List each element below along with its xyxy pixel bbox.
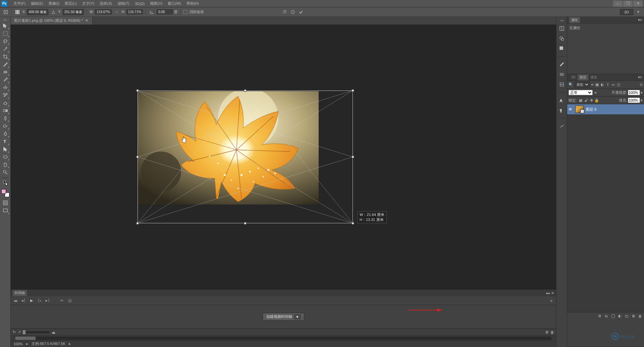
transform-handle-br[interactable] <box>352 222 354 225</box>
filter-pixel-icon[interactable]: ▦ <box>595 82 599 87</box>
menu-window[interactable]: 窗口(W) <box>165 0 184 7</box>
path-selection-tool[interactable] <box>1 146 9 153</box>
horizontal-scrollbar[interactable] <box>11 336 556 340</box>
magic-wand-tool[interactable] <box>1 45 9 53</box>
timeline-last-frame-icon[interactable]: ▸⏐ <box>45 298 50 303</box>
opacity-dropdown-icon[interactable]: ▾ <box>641 91 643 95</box>
panel-menu-icon[interactable]: ▾≡ <box>638 18 642 22</box>
blend-mode-select[interactable]: 正常 <box>569 90 593 95</box>
layer-name[interactable]: 图层 0 <box>586 107 596 112</box>
foreground-color[interactable] <box>1 189 6 194</box>
clone-source-panel-icon[interactable] <box>558 81 566 88</box>
layers-trash-icon[interactable]: 🗑 <box>637 313 643 319</box>
filter-shape-icon[interactable]: ▭ <box>611 82 615 87</box>
move-tool[interactable] <box>1 22 9 30</box>
window-minimize[interactable]: ─ <box>613 1 623 7</box>
create-video-timeline-button[interactable]: 创建视频时间轴 ▼ <box>263 313 304 321</box>
w-value[interactable]: 119.07% <box>95 9 111 14</box>
timeline-first-frame-icon[interactable]: ⏮ <box>13 298 18 303</box>
blend-mode-dropdown-icon[interactable]: ≑ <box>594 91 597 95</box>
menu-3d[interactable]: 3D(D) <box>132 1 147 6</box>
layers-link-icon[interactable]: ⧉ <box>597 313 602 319</box>
adjustments-panel-icon[interactable] <box>558 122 566 130</box>
timeline-tab[interactable]: 时间轴 <box>13 290 27 296</box>
layer-filter-search-icon[interactable]: 🔍 <box>569 82 573 87</box>
properties-tab[interactable]: 属性 <box>569 17 580 23</box>
brushsettings-panel-icon[interactable] <box>558 71 566 78</box>
shape-tool[interactable] <box>1 153 9 161</box>
zoom-tool[interactable] <box>1 169 9 176</box>
filter-toggle-switch[interactable]: ⊙ <box>640 82 643 87</box>
layer-visibility-icon[interactable]: 👁 <box>569 107 573 111</box>
angle-value[interactable]: 0.00 <box>157 9 173 14</box>
transform-handle-bl[interactable] <box>137 222 139 225</box>
default-colors-icon[interactable] <box>1 179 9 187</box>
link-wh-icon[interactable] <box>114 9 120 15</box>
crop-tool[interactable] <box>1 53 9 60</box>
layers-adjustment-icon[interactable]: ◐ <box>617 313 623 319</box>
lock-position-icon[interactable]: ✥ <box>589 98 594 103</box>
layers-new-icon[interactable]: ⊞ <box>631 313 636 319</box>
brush-panel-icon[interactable] <box>558 61 566 68</box>
layers-fx-icon[interactable]: fx <box>604 313 609 319</box>
y-value[interactable]: 251.50 像素 <box>63 9 84 15</box>
eyedropper-tool[interactable] <box>1 61 9 68</box>
clone-stamp-tool[interactable] <box>1 84 9 91</box>
pen-tool[interactable] <box>1 130 9 137</box>
opacity-input[interactable] <box>628 90 640 95</box>
status-info-dropdown-icon[interactable]: ▸ <box>69 342 71 346</box>
lock-all-icon[interactable]: 🔒 <box>594 98 599 103</box>
x-value[interactable]: 409.00 像素 <box>27 9 48 15</box>
menu-type[interactable]: 文字(Y) <box>79 0 97 7</box>
fill-input[interactable] <box>628 98 640 103</box>
panel-tab-layers[interactable]: 图层 <box>578 74 588 80</box>
commit-transform-icon[interactable] <box>298 9 304 15</box>
layers-list[interactable]: 👁 图层 0 <box>567 104 644 312</box>
layer-row[interactable]: 👁 图层 0 <box>567 104 644 114</box>
timeline-close-icon[interactable]: ✕ <box>551 291 554 295</box>
blur-tool[interactable] <box>1 115 9 122</box>
mode-3d-button[interactable]: 3D <box>620 9 633 15</box>
timeline-trash-icon[interactable]: 🗑 <box>550 330 554 334</box>
lasso-tool[interactable] <box>1 38 9 45</box>
layer-filter-dropdown-icon[interactable]: ≑ <box>591 82 594 87</box>
timeline-play-icon[interactable]: ▶ <box>29 298 34 303</box>
menu-select[interactable]: 选择(S) <box>97 0 115 7</box>
antialias-checkbox[interactable] <box>183 10 187 14</box>
screenmode-tool[interactable] <box>1 207 9 214</box>
timeline-export-icon[interactable]: ↗ <box>18 330 21 334</box>
healing-brush-tool[interactable] <box>1 68 9 76</box>
menu-filter[interactable]: 滤镜(T) <box>115 0 132 7</box>
layer-thumbnail[interactable] <box>575 106 584 113</box>
warp-mode-icon[interactable] <box>282 9 288 15</box>
lock-transparent-icon[interactable]: ▦ <box>578 98 583 103</box>
timeline-transition-icon[interactable]: ◫ <box>67 298 72 303</box>
menu-file[interactable]: 文件(F) <box>11 0 28 7</box>
h-value[interactable]: 116.71% <box>126 9 143 14</box>
dodge-tool[interactable] <box>1 122 9 130</box>
layers-panel-menu-icon[interactable]: ▾≡ <box>638 75 642 79</box>
tab-close-icon[interactable]: ✕ <box>85 19 89 23</box>
timeline-settings-icon[interactable]: ≡ <box>549 298 554 303</box>
gradient-tool[interactable] <box>1 107 9 114</box>
paragraph-panel-icon[interactable]: ¶ <box>558 107 566 114</box>
menu-image[interactable]: 图像(I) <box>46 0 62 7</box>
reference-point-icon[interactable] <box>14 9 20 15</box>
delta-icon[interactable] <box>50 9 56 15</box>
quickmask-tool[interactable] <box>1 199 9 207</box>
layers-group-icon[interactable]: 🗀 <box>624 313 629 319</box>
window-maximize[interactable]: ❐ <box>623 1 633 7</box>
status-zoom[interactable]: 100% <box>13 342 23 346</box>
free-transform-box[interactable]: W：21.64 厘米 H：13.31 厘米 <box>138 91 353 223</box>
transform-handle-mr[interactable] <box>352 156 354 158</box>
timeline-mute-icon[interactable]: ✂ <box>59 298 64 303</box>
timeline-zoom-slider[interactable] <box>23 331 50 333</box>
hand-tool[interactable] <box>1 161 9 168</box>
panel-tab-channels[interactable]: 通道 <box>588 74 599 80</box>
timeline-loop-icon[interactable]: ↻ <box>13 330 16 334</box>
lock-pixels-icon[interactable]: 🖌 <box>584 98 588 103</box>
type-tool[interactable]: T <box>1 138 9 145</box>
history-brush-tool[interactable] <box>1 92 9 99</box>
transform-tool-icon[interactable] <box>3 9 9 15</box>
menu-layer[interactable]: 图层(L) <box>62 0 79 7</box>
